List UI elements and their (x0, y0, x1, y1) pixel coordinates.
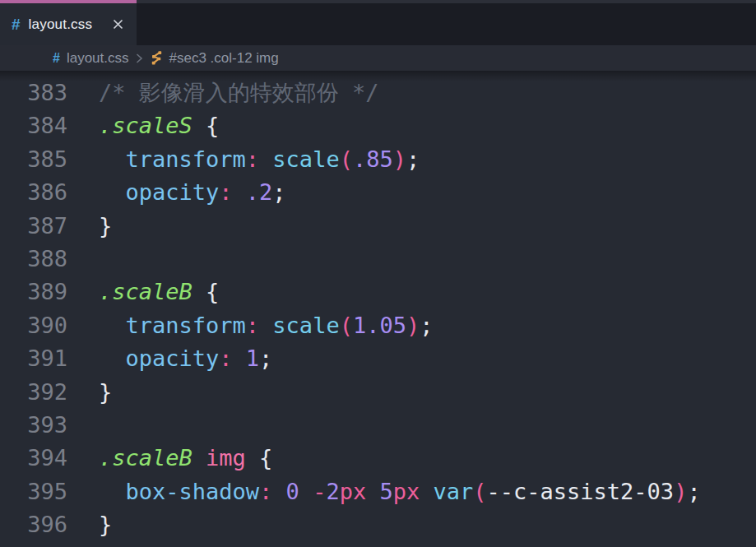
code-text: .scaleB { (99, 276, 756, 308)
code-text: } (99, 210, 756, 243)
code-line[interactable]: 393 (0, 409, 756, 442)
code-line[interactable]: 388 (0, 243, 756, 276)
breadcrumb: # layout.css #sec3 .col-12 img (0, 45, 756, 71)
tab-bar: # layout.css (0, 0, 756, 45)
code-text: transform: scale(1.05); (99, 309, 756, 342)
line-number: 395 (0, 475, 67, 508)
code-lines: 383/* 影像滑入的特效部份 */384.scaleS {385 transf… (0, 76, 756, 541)
css-file-icon: # (53, 51, 60, 66)
code-line[interactable]: 390 transform: scale(1.05); (0, 309, 756, 342)
code-text: /* 影像滑入的特效部份 */ (99, 76, 756, 109)
line-number: 388 (0, 243, 67, 276)
code-line[interactable]: 394.scaleB img { (0, 442, 756, 475)
code-text: transform: scale(.85); (99, 143, 756, 176)
css-rule-symbol-icon (149, 50, 165, 66)
close-icon (112, 18, 124, 30)
line-number: 384 (0, 109, 67, 142)
code-line[interactable]: 384.scaleS { (0, 109, 756, 142)
tab-label: layout.css (29, 16, 109, 33)
breadcrumb-symbol-path[interactable]: #sec3 .col-12 img (169, 50, 279, 67)
code-text: opacity: 1; (99, 342, 756, 375)
code-line[interactable]: 387} (0, 210, 756, 243)
code-line[interactable]: 385 transform: scale(.85); (0, 143, 756, 176)
line-number: 396 (0, 508, 67, 541)
tab-layout-css[interactable]: # layout.css (0, 0, 137, 45)
line-number: 383 (0, 76, 67, 109)
line-number: 392 (0, 376, 67, 409)
line-number: 389 (0, 276, 67, 308)
chevron-right-icon (135, 53, 143, 64)
code-line[interactable]: 386 opacity: .2; (0, 176, 756, 209)
code-text: opacity: .2; (99, 176, 756, 209)
code-line[interactable]: 396} (0, 508, 756, 541)
code-text: box-shadow: 0 -2px 5px var(--c-assist2-0… (99, 475, 756, 508)
code-text: } (99, 508, 756, 541)
code-text: } (99, 376, 756, 409)
code-line[interactable]: 383/* 影像滑入的特效部份 */ (0, 76, 756, 109)
line-number: 385 (0, 143, 67, 176)
code-line[interactable]: 389.scaleB { (0, 276, 756, 308)
breadcrumb-file[interactable]: layout.css (67, 50, 129, 67)
line-number: 391 (0, 342, 67, 375)
tab-close-button[interactable] (109, 16, 127, 34)
css-file-icon: # (12, 16, 21, 34)
code-editor[interactable]: 383/* 影像滑入的特效部份 */384.scaleS {385 transf… (0, 71, 756, 547)
code-text (99, 243, 756, 276)
line-number: 393 (0, 409, 67, 442)
code-text: .scaleB img { (99, 442, 756, 475)
code-line[interactable]: 391 opacity: 1; (0, 342, 756, 375)
line-number: 387 (0, 210, 67, 243)
code-line[interactable]: 395 box-shadow: 0 -2px 5px var(--c-assis… (0, 475, 756, 508)
line-number: 390 (0, 309, 67, 342)
code-text (99, 409, 756, 442)
code-text: .scaleS { (99, 109, 756, 142)
code-line[interactable]: 392} (0, 376, 756, 409)
line-number: 394 (0, 442, 67, 475)
line-number: 386 (0, 176, 67, 209)
